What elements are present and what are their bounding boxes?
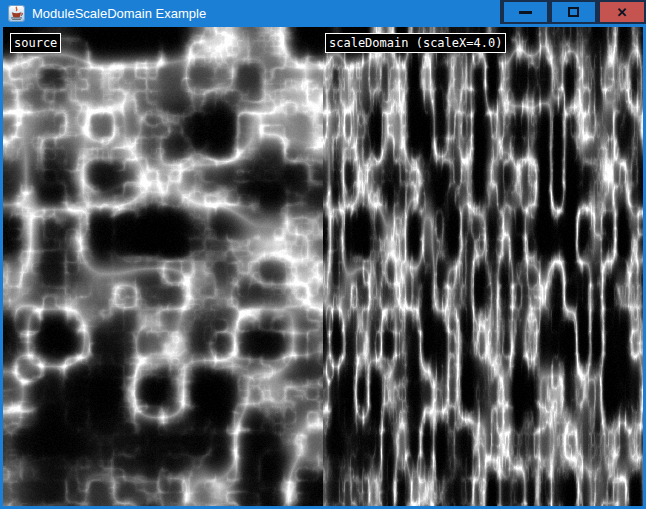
source-noise-image <box>3 27 323 506</box>
image-comparison-area: source scaleDomain (scaleX=4.0) <box>3 27 643 506</box>
close-button[interactable]: ✕ <box>600 2 644 22</box>
source-label: source <box>10 33 61 53</box>
maximize-icon <box>568 7 579 17</box>
minimize-icon <box>519 11 532 14</box>
scale-domain-panel: scaleDomain (scaleX=4.0) <box>323 27 643 506</box>
titlebar[interactable]: ModuleScaleDomain Example ✕ <box>0 0 646 27</box>
scale-domain-label: scaleDomain (scaleX=4.0) <box>325 33 506 53</box>
window-title: ModuleScaleDomain Example <box>32 6 206 21</box>
scale-domain-noise-image <box>323 27 643 506</box>
window-controls: ✕ <box>500 0 646 24</box>
maximize-button[interactable] <box>552 2 595 22</box>
source-panel: source <box>3 27 323 506</box>
minimize-button[interactable] <box>504 2 547 22</box>
close-icon: ✕ <box>617 6 628 19</box>
java-app-icon <box>8 5 25 22</box>
app-window: ModuleScaleDomain Example ✕ source scale… <box>0 0 646 509</box>
